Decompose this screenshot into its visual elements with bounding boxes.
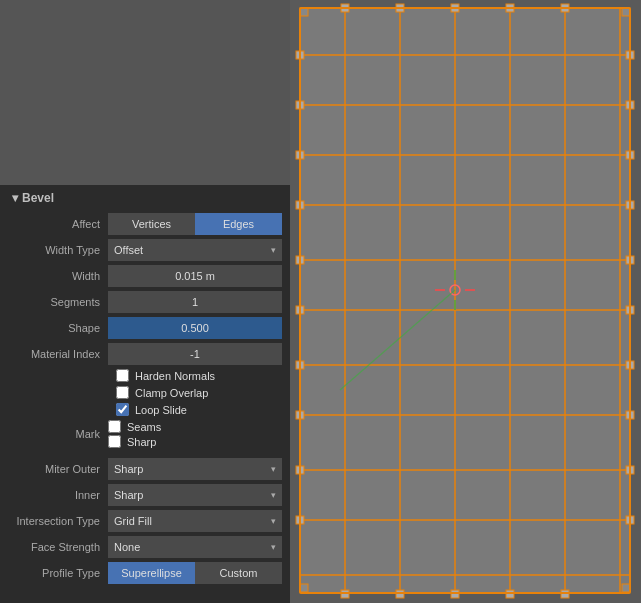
svg-rect-19 [300,8,308,16]
clamp-overlap-row: Clamp Overlap [8,386,282,399]
face-strength-content: None New Affected All ▾ [108,536,282,558]
left-panel: ▾ Bevel Affect Vertices Edges Width Type… [0,0,290,603]
mark-seams-label[interactable]: Seams [127,421,161,433]
profile-btn-group: Superellipse Custom [108,562,282,584]
profile-type-label: Profile Type [8,567,108,579]
profile-type-row: Profile Type Superellipse Custom [8,562,282,584]
inner-content: Sharp Arc ▾ [108,484,282,506]
miter-outer-row: Miter Outer Sharp Patch Arc ▾ [8,458,282,480]
loop-slide-label[interactable]: Loop Slide [135,404,187,416]
inner-row: Inner Sharp Arc ▾ [8,484,282,506]
width-row: Width [8,265,282,287]
harden-normals-row: Harden Normals [8,369,282,382]
affect-vertices-button[interactable]: Vertices [108,213,195,235]
miter-outer-dropdown-wrapper: Sharp Patch Arc ▾ [108,458,282,480]
material-index-input[interactable] [108,343,282,365]
intersection-type-content: Grid Fill Cutoff ▾ [108,510,282,532]
mark-sharp-item: Sharp [108,435,161,448]
shape-label: Shape [8,322,108,334]
width-content [108,265,282,287]
width-type-select[interactable]: Offset Width Depth Percent [108,239,282,261]
bevel-title: Bevel [22,191,54,205]
affect-edges-button[interactable]: Edges [195,213,282,235]
profile-type-content: Superellipse Custom [108,562,282,584]
intersection-type-dropdown-wrapper: Grid Fill Cutoff ▾ [108,510,282,532]
mark-label: Mark [8,428,108,440]
miter-outer-label: Miter Outer [8,463,108,475]
mark-seams-checkbox[interactable] [108,420,121,433]
shape-input[interactable] [108,317,282,339]
width-label: Width [8,270,108,282]
face-strength-row: Face Strength None New Affected All ▾ [8,536,282,558]
face-strength-select[interactable]: None New Affected All [108,536,282,558]
segments-input[interactable] [108,291,282,313]
mark-sharp-checkbox[interactable] [108,435,121,448]
svg-rect-21 [300,584,308,592]
harden-normals-checkbox[interactable] [116,369,129,382]
svg-rect-1 [300,8,630,593]
viewport-svg [290,0,641,603]
material-index-content [108,343,282,365]
affect-btn-group: Vertices Edges [108,213,282,235]
segments-label: Segments [8,296,108,308]
inner-label: Inner [8,489,108,501]
right-viewport [290,0,641,603]
width-type-row: Width Type Offset Width Depth Percent ▾ [8,239,282,261]
shape-row: Shape [8,317,282,339]
bevel-collapse-icon: ▾ [12,191,18,205]
inner-dropdown-wrapper: Sharp Arc ▾ [108,484,282,506]
loop-slide-checkbox[interactable] [116,403,129,416]
width-type-content: Offset Width Depth Percent ▾ [108,239,282,261]
clamp-overlap-label[interactable]: Clamp Overlap [135,387,208,399]
mark-sharp-label[interactable]: Sharp [127,436,156,448]
width-type-label: Width Type [8,244,108,256]
miter-outer-select[interactable]: Sharp Patch Arc [108,458,282,480]
mark-seams-item: Seams [108,420,161,433]
affect-label: Affect [8,218,108,230]
segments-row: Segments [8,291,282,313]
intersection-type-label: Intersection Type [8,515,108,527]
width-input[interactable] [108,265,282,287]
face-strength-label: Face Strength [8,541,108,553]
bevel-header[interactable]: ▾ Bevel [8,191,282,205]
mark-checks: Seams Sharp [108,420,161,448]
harden-normals-label[interactable]: Harden Normals [135,370,215,382]
mark-row: Mark Seams Sharp [8,420,282,448]
bevel-section: ▾ Bevel Affect Vertices Edges Width Type… [0,185,290,603]
svg-rect-22 [622,584,630,592]
material-index-label: Material Index [8,348,108,360]
width-type-dropdown-wrapper: Offset Width Depth Percent ▾ [108,239,282,261]
affect-row: Affect Vertices Edges [8,213,282,235]
segments-content [108,291,282,313]
loop-slide-row: Loop Slide [8,403,282,416]
affect-content: Vertices Edges [108,213,282,235]
svg-rect-20 [622,8,630,16]
material-index-row: Material Index [8,343,282,365]
intersection-type-row: Intersection Type Grid Fill Cutoff ▾ [8,510,282,532]
profile-custom-button[interactable]: Custom [195,562,282,584]
miter-outer-content: Sharp Patch Arc ▾ [108,458,282,480]
inner-select[interactable]: Sharp Arc [108,484,282,506]
shape-content [108,317,282,339]
intersection-type-select[interactable]: Grid Fill Cutoff [108,510,282,532]
face-strength-dropdown-wrapper: None New Affected All ▾ [108,536,282,558]
top-area [0,0,290,185]
clamp-overlap-checkbox[interactable] [116,386,129,399]
profile-superellipse-button[interactable]: Superellipse [108,562,195,584]
